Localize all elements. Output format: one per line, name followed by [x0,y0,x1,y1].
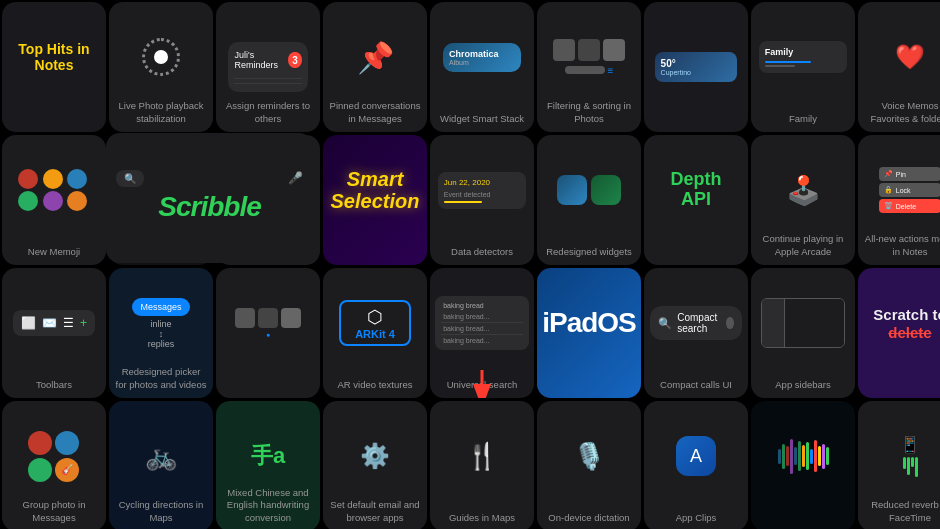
tile-reminders[interactable]: Juli's Reminders 3 Assign reminders to o… [216,2,320,132]
set-default-label: Set default email and browser apps [323,499,427,524]
tile-guides[interactable]: 🍴 Guides in Maps [430,401,534,529]
tile-toolbars[interactable]: ⬜ ✉️ ☰ + Toolbars [2,268,106,398]
group-photo-label: Group photo in Messages [2,499,106,524]
tile-all-new-actions[interactable]: 📌Pin 🔒Lock 🗑️Delete All-new actions menu… [858,135,940,265]
tile-universal-search[interactable]: baking bread baking bread... baking brea… [430,268,534,398]
scratch-line2: delete [888,324,931,341]
app-clips-icon: A [676,436,716,476]
tile-continue-playing[interactable]: 🕹️ Continue playing in Apple Arcade [751,135,855,265]
dictation-label: On-device dictation [537,512,641,524]
gamepad-icon: 🕹️ [786,174,821,207]
continue-playing-label: Continue playing in Apple Arcade [751,233,855,258]
tile-group-photo[interactable]: 🎸 Group photo in Messages [2,401,106,529]
tile-capacitors[interactable]: 50° Cupertino [644,2,748,132]
scratch-line1: Scratch to [873,306,940,324]
waveform-display [778,436,829,476]
cycling-icon: 🚲 [145,441,177,472]
widget-stack-label: Widget Smart Stack [430,113,534,125]
red-arrow-icon [467,368,497,398]
voice-memos-label: Voice Memos Favorites & folders [858,100,940,125]
smart-selection-text: Smart Selection [323,168,427,212]
tile-arkit[interactable]: ⬡ ARKit 4 AR video textures [323,268,427,398]
memoji-label: New Memoji [2,246,106,258]
family-text: Family [765,47,841,57]
tile-data-detectors[interactable]: Jun 22, 2020 Event detected Data detecto… [430,135,534,265]
all-new-actions-label: All-new actions menu in Notes [858,233,940,258]
tile-mixed-chinese[interactable]: 手a Mixed Chinese and English handwriting… [216,401,320,529]
arkit-label: AR video textures [323,379,427,391]
voice-memos-icon: ❤️ [895,43,925,71]
tile-depth-api[interactable]: DepthAPI [644,135,748,265]
tile-dictation[interactable]: 🎙️ On-device dictation [537,401,641,529]
tile-redesigned-widgets[interactable]: Redesigned widgets [537,135,641,265]
tile-reduced-reverb[interactable]: 📱 Reduced reverb in FaceTime [858,401,940,529]
tile-voice-memos[interactable]: ❤️ Voice Memos Favorites & folders [858,2,940,132]
feature-grid: Top Hits in Notes Live Photo playback st… [0,0,940,529]
tile-family[interactable]: Family Family [751,2,855,132]
reminders-name: Juli's Reminders [234,50,288,70]
guides-label: Guides in Maps [430,512,534,524]
tile-widget-stack[interactable]: Chromatica Album Widget Smart Stack [430,2,534,132]
tile-audio-wave[interactable] [751,401,855,529]
tile-picker[interactable]: ● [216,268,320,398]
tile-pinned[interactable]: 📌 Pinned conversations in Messages [323,2,427,132]
tile-smart-selection[interactable]: Smart Selection [323,135,427,265]
tile-cycling[interactable]: 🚲 Cycling directions in Maps [109,401,213,529]
data-detectors-label: Data detectors [430,246,534,258]
tile-memoji[interactable]: New Memoji [2,135,106,265]
top-hits-text: Top Hits in Notes [2,41,106,73]
mic-icon: 🎙️ [573,441,605,472]
tile-scratch-delete[interactable]: Scratch to delete [858,268,940,398]
app-sidebars-label: App sidebars [751,379,855,391]
ipados-title: iPadOS [542,307,636,339]
tile-top-hits[interactable]: Top Hits in Notes [2,2,106,132]
app-clips-label: App Clips [644,512,748,524]
tile-app-clips[interactable]: A App Clips [644,401,748,529]
compact-search-text: Compact search [677,312,721,334]
cycling-label: Cycling directions in Maps [109,499,213,524]
live-photo-icon [142,38,180,76]
scribble-text: Scribble [158,191,260,223]
depth-api-text: DepthAPI [671,170,722,210]
reminders-label: Assign reminders to others [216,100,320,125]
family-label: Family [751,113,855,125]
messages-inline-label: Redesigned picker for photos and videos [109,366,213,391]
reminders-badge: 3 [288,52,301,68]
pin-icon: 📌 [357,40,394,75]
chinese-text-icon: 手a [251,441,285,471]
settings-gear-icon: ⚙️ [360,442,390,470]
compact-search-label: Compact calls UI [644,379,748,391]
tile-app-sidebars[interactable]: App sidebars [751,268,855,398]
tile-live-photo[interactable]: Live Photo playback stabilization [109,2,213,132]
guides-icon: 🍴 [466,441,498,472]
toolbars-label: Toolbars [2,379,106,391]
tile-messages-inline[interactable]: Messages inline ↕ replies Redesigned pic… [109,268,213,398]
arkit-title: ARKit 4 [345,328,406,340]
pinned-label: Pinned conversations in Messages [323,100,427,125]
tile-set-default[interactable]: ⚙️ Set default email and browser apps [323,401,427,529]
filtering-label: Filtering & sorting in Photos [537,100,641,125]
widget-stack-inner: Chromatica [449,49,515,59]
facetime-icon: 📱 [900,435,920,454]
arkit-icon: ⬡ [367,307,383,327]
live-photo-label: Live Photo playback stabilization [109,100,213,125]
tile-compact-search[interactable]: 🔍 Compact search Compact calls UI [644,268,748,398]
reduced-reverb-label: Reduced reverb in FaceTime [858,499,940,524]
mixed-chinese-label: Mixed Chinese and English handwriting co… [216,487,320,524]
tile-ipados[interactable]: iPadOS [537,268,641,398]
tile-filtering[interactable]: ≡ Filtering & sorting in Photos [537,2,641,132]
redesigned-widgets-label: Redesigned widgets [537,246,641,258]
tile-scribble[interactable]: 🔍 🎤 Scribble [106,133,313,263]
